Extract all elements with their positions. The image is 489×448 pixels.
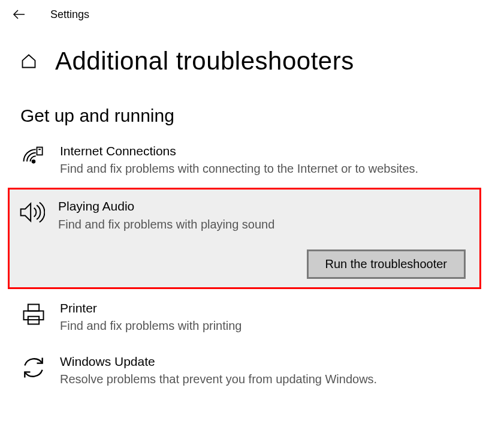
page-header: Additional troubleshooters — [0, 29, 489, 82]
troubleshooter-item-audio[interactable]: Playing Audio Find and fix problems with… — [8, 188, 481, 288]
run-troubleshooter-button[interactable]: Run the troubleshooter — [307, 249, 466, 279]
section-title: Get up and running — [0, 82, 489, 132]
back-button[interactable] — [12, 7, 26, 22]
svg-rect-4 — [28, 304, 39, 311]
svg-point-1 — [32, 160, 35, 163]
item-body: Printer Find and fix problems with print… — [60, 300, 469, 334]
troubleshooter-item-printer[interactable]: Printer Find and fix problems with print… — [10, 291, 479, 342]
item-title: Printer — [60, 300, 469, 316]
item-action-row: Run the troubleshooter — [58, 249, 470, 279]
wifi-icon — [20, 143, 47, 169]
item-title: Playing Audio — [58, 198, 470, 214]
refresh-icon — [20, 353, 47, 380]
troubleshooter-item-internet[interactable]: Internet Connections Find and fix proble… — [10, 134, 479, 185]
page-title: Additional troubleshooters — [55, 47, 354, 76]
item-body: Playing Audio Find and fix problems with… — [58, 198, 470, 278]
item-desc: Resolve problems that prevent you from u… — [60, 371, 469, 387]
item-title: Windows Update — [60, 353, 469, 369]
svg-rect-2 — [37, 148, 43, 155]
printer-icon — [20, 300, 47, 326]
top-bar: Settings — [0, 0, 489, 29]
item-desc: Find and fix problems with printing — [60, 317, 469, 334]
troubleshooter-item-update[interactable]: Windows Update Resolve problems that pre… — [10, 345, 479, 396]
item-body: Internet Connections Find and fix proble… — [60, 143, 469, 177]
item-desc: Find and fix problems with connecting to… — [60, 160, 469, 177]
svg-rect-5 — [24, 311, 44, 320]
top-bar-title: Settings — [50, 8, 89, 21]
speaker-icon — [19, 198, 45, 224]
item-desc: Find and fix problems with playing sound — [58, 216, 470, 233]
home-icon[interactable] — [20, 53, 37, 70]
item-body: Windows Update Resolve problems that pre… — [60, 353, 469, 387]
item-title: Internet Connections — [60, 143, 469, 159]
